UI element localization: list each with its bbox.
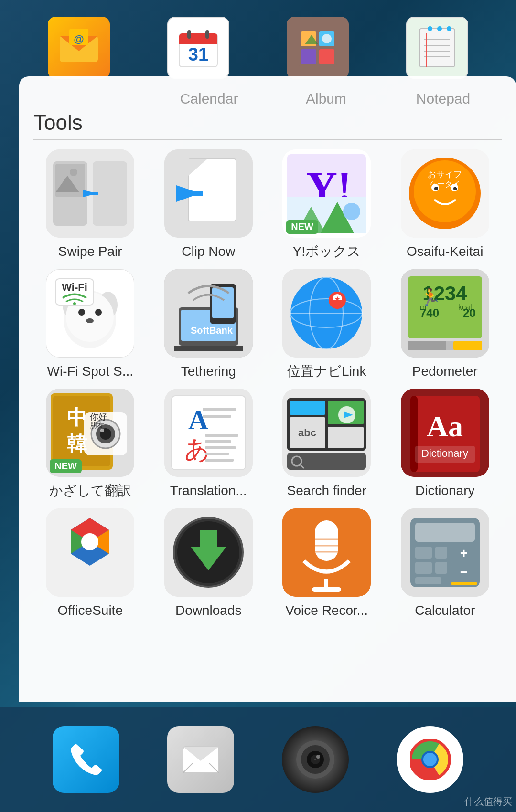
top-dock-calendar[interactable]: 31 [160, 17, 236, 79]
partial-label-album: Album [268, 91, 385, 107]
officesuite-icon [46, 508, 134, 597]
app-osaifu[interactable]: おサイフ ケータイ Osaifu-Keitai [388, 149, 502, 260]
dictionary-label: Dictionary [415, 483, 474, 499]
app-swipe-pair[interactable]: Swipe Pair [33, 149, 147, 260]
svg-rect-113 [205, 446, 236, 449]
app-tethering[interactable]: SoftBank Tethering [152, 269, 266, 380]
kazashite-label: かざして翻訳 [49, 483, 131, 499]
swipe-pair-label: Swipe Pair [58, 243, 122, 260]
app-kazashite[interactable]: 中 韓 你好 朋友 NEW かざして翻訳 [33, 389, 147, 499]
svg-text:朋友: 朋友 [90, 421, 104, 429]
downloads-label: Downloads [175, 602, 242, 619]
app-pedometer[interactable]: 1234 m 740 kcal 20 🏃 Pedometer [388, 269, 502, 380]
svg-text:おサイフ: おサイフ [428, 169, 462, 179]
svg-text:Dictionary: Dictionary [421, 447, 468, 459]
svg-rect-159 [415, 547, 432, 559]
svg-text:=: = [462, 580, 466, 588]
svg-rect-121 [328, 427, 364, 448]
app-search-finder[interactable]: abc Search finder [270, 389, 384, 499]
tethering-icon: SoftBank [164, 269, 253, 358]
dock-phone[interactable] [53, 726, 119, 793]
svg-point-62 [86, 318, 94, 323]
svg-text:20: 20 [463, 306, 476, 319]
svg-text:🏃: 🏃 [420, 287, 441, 307]
app-translation[interactable]: A あ Translation... [152, 389, 266, 499]
svg-point-23 [437, 26, 442, 31]
partial-label-notepad: Notepad [385, 91, 502, 107]
svg-text:@: @ [74, 33, 84, 45]
svg-rect-92 [453, 341, 482, 350]
svg-rect-146 [315, 520, 338, 561]
svg-rect-111 [205, 434, 238, 437]
svg-text:−: − [460, 565, 468, 580]
partial-label-row: Calendar Album Notepad [33, 91, 502, 107]
svg-rect-114 [205, 453, 229, 455]
dock-messaging[interactable] [167, 726, 234, 793]
pedometer-icon: 1234 m 740 kcal 20 🏃 [401, 269, 489, 358]
svg-rect-112 [205, 440, 231, 443]
watermark: 什么值得买 [464, 795, 512, 808]
svg-point-179 [423, 753, 437, 766]
svg-point-175 [314, 759, 316, 760]
clip-now-icon [164, 149, 253, 238]
svg-rect-125 [287, 453, 366, 470]
top-dock-album[interactable] [280, 17, 356, 79]
svg-text:31: 31 [188, 44, 208, 64]
svg-point-22 [428, 26, 432, 31]
clip-now-label: Clip Now [182, 243, 235, 260]
app-navi-link[interactable]: ★ 位置ナビLink [270, 269, 384, 380]
wifi-spot-icon: Wi-Fi [46, 269, 134, 358]
album-icon [287, 17, 349, 79]
svg-rect-161 [415, 562, 432, 574]
partial-label-tools [33, 91, 150, 107]
svg-text:ケータイ: ケータイ [430, 180, 460, 188]
osaifu-icon: おサイフ ケータイ [401, 149, 489, 238]
svg-rect-163 [415, 577, 441, 584]
translation-icon: A あ [164, 389, 253, 477]
svg-point-65 [73, 302, 76, 305]
app-voice-recorder[interactable]: Voice Recor... [270, 508, 384, 619]
svg-rect-160 [435, 547, 447, 559]
svg-point-45 [343, 203, 360, 220]
svg-rect-108 [203, 408, 236, 411]
app-drawer: Calendar Album Notepad Tools [19, 76, 516, 702]
app-clip-now[interactable]: Clip Now [152, 149, 266, 260]
swipe-pair-icon [46, 149, 134, 238]
dock-camera[interactable] [282, 726, 349, 793]
dock-chrome[interactable] [397, 726, 463, 793]
top-dock-email[interactable]: @ [41, 17, 117, 79]
svg-rect-17 [419, 29, 455, 67]
voice-recorder-icon [282, 508, 371, 597]
svg-text:★: ★ [334, 295, 341, 303]
svg-rect-6 [179, 40, 217, 44]
svg-rect-109 [203, 415, 231, 418]
app-ybox[interactable]: Y! NEW Y!ボックス [270, 149, 384, 260]
svg-text:+: + [460, 546, 468, 560]
svg-text:740: 740 [420, 306, 439, 319]
search-finder-icon: abc [282, 389, 371, 477]
navi-link-icon: ★ [282, 269, 371, 358]
notepad-icon [406, 17, 468, 79]
svg-text:SoftBank: SoftBank [191, 325, 233, 336]
kazashite-new-badge: NEW [50, 459, 82, 473]
top-dock-notepad[interactable] [399, 17, 475, 79]
translation-label: Translation... [170, 483, 247, 499]
svg-text:你好: 你好 [89, 412, 107, 422]
svg-rect-154 [415, 523, 475, 542]
svg-rect-71 [212, 287, 234, 318]
app-wifi-spot[interactable]: Wi-Fi Wi-Fi Spot S... [33, 269, 147, 380]
wifi-spot-label: Wi-Fi Spot S... [47, 363, 133, 380]
svg-point-174 [316, 755, 320, 759]
svg-rect-38 [176, 191, 203, 196]
app-dictionary[interactable]: Aa Dictionary Dictionary [388, 389, 502, 499]
app-downloads[interactable]: Downloads [152, 508, 266, 619]
downloads-icon [164, 508, 253, 597]
svg-point-102 [100, 429, 104, 432]
tethering-label: Tethering [181, 363, 236, 380]
app-calculator[interactable]: + − = Calculator [388, 508, 502, 619]
officesuite-label: OfficeSuite [58, 602, 123, 619]
ybox-icon: Y! NEW [282, 149, 371, 238]
drawer-title: Tools [33, 111, 502, 140]
app-officesuite[interactable]: OfficeSuite [33, 508, 147, 619]
ybox-new-badge: NEW [286, 220, 318, 234]
